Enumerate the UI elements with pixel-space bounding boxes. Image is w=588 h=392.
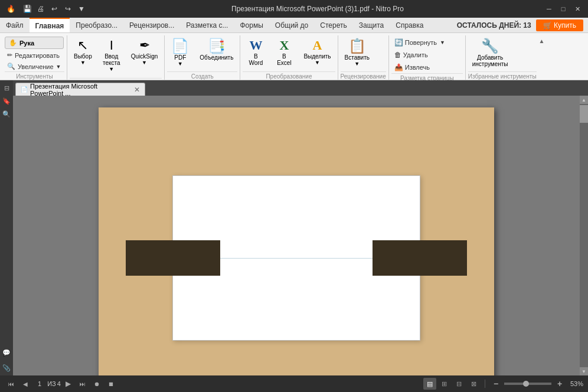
quicksign-button[interactable]: ✒ QuickSign ▼: [127, 37, 162, 78]
continuous-view-button[interactable]: ⊟: [453, 378, 466, 390]
menu-convert[interactable]: Преобразо...: [70, 18, 123, 32]
select-group-label: [70, 78, 162, 80]
close-button[interactable]: ✕: [571, 3, 583, 15]
edit-icon: ✏: [7, 51, 12, 59]
to-word-button[interactable]: W ВWord: [243, 37, 269, 71]
zoom-slider[interactable]: [504, 383, 551, 385]
toolbar-group-convert: W ВWord X ВExcel A Выделить ▼ Преобразов…: [240, 35, 338, 80]
extract-button[interactable]: 📤 Извлечь: [391, 61, 448, 73]
tab-bar: 📄 Презентация Microsoft PowerPoint ... ✕: [13, 80, 588, 96]
document-tab[interactable]: 📄 Презентация Microsoft PowerPoint ... ✕: [15, 83, 145, 96]
comment-icon[interactable]: 💬: [1, 347, 12, 358]
rotate-button[interactable]: 🔄 Повернуть ▼: [391, 37, 448, 48]
zoom-button[interactable]: 🔍 Увеличение ▼: [5, 61, 64, 71]
insert-button[interactable]: 📋 Вставить ▼: [341, 37, 374, 71]
highlight-button[interactable]: A Выделить ▼: [299, 37, 335, 71]
menu-protect[interactable]: Защита: [353, 18, 390, 32]
tab-close-button[interactable]: ✕: [134, 86, 140, 93]
zoom-out-button[interactable]: −: [489, 378, 502, 390]
scroll-area: 🔊 ▲ ▼: [13, 96, 588, 375]
loop-button[interactable]: ⏺: [90, 378, 103, 390]
menu-layout[interactable]: Разметка с...: [180, 18, 234, 32]
pdf-page: 🔊: [99, 107, 494, 375]
add-tools-button[interactable]: 🔧 Добавитьинструменты: [468, 37, 512, 71]
menu-forms[interactable]: Формы: [234, 18, 269, 32]
dropdown-arrow-icon: ▼: [56, 64, 61, 70]
ribbon-collapse-button[interactable]: ▲: [539, 35, 547, 80]
undo-button[interactable]: ↩: [48, 4, 60, 14]
pdf-dropdown-icon: ▼: [178, 61, 183, 67]
menu-review[interactable]: Рецензиров...: [123, 18, 180, 32]
redo-button[interactable]: ↪: [62, 4, 74, 14]
vertical-scrollbar[interactable]: ▲ ▼: [580, 96, 588, 375]
next-page-button[interactable]: ⏭: [76, 378, 89, 390]
facing-view-button[interactable]: ⊠: [468, 378, 481, 390]
dark-band-left: [126, 240, 220, 276]
select-tool-button[interactable]: ↖ Выбор ▼: [70, 37, 96, 78]
main-area: ⊟ 🔖 🔍 💬 📎 📄 Презентация Microsoft PowerP…: [0, 80, 588, 375]
insert-icon: 📋: [348, 39, 366, 53]
two-page-view-button[interactable]: ⊞: [438, 378, 451, 390]
excel-icon: X: [279, 39, 289, 52]
window-title: Презентация Microsoft PowerPoint (3)1.pd…: [92, 5, 543, 13]
first-page-button[interactable]: ⏮: [5, 378, 18, 390]
page-thumbnail-icon[interactable]: ⊟: [1, 83, 12, 93]
search-panel-icon[interactable]: 🔍: [1, 109, 12, 119]
review-group-label: Рецензирование: [341, 71, 386, 80]
scroll-track[interactable]: [580, 104, 588, 367]
status-bar: ⏮ ◀ 1 ИЗ 4 ▶ ⏭ ⏺ ⏹ ▤ ⊞ ⊟ ⊠ − + 53%: [0, 375, 588, 392]
zoom-icon: 🔍: [7, 63, 15, 70]
app-icon: 🔥: [5, 3, 17, 15]
single-page-view-button[interactable]: ▤: [423, 378, 436, 390]
toolbar-group-tools: ✋ Рука ✏ Редактировать 🔍 Увеличение ▼ Ин…: [2, 35, 67, 80]
scroll-down-button[interactable]: ▼: [580, 367, 588, 375]
toolbar-group-favorites: 🔧 Добавитьинструменты Избранные инструме…: [466, 35, 539, 80]
select-dropdown-icon: ▼: [80, 60, 86, 66]
toolbar-group-create: 📄 PDF ▼ 📑 Объединить Создать: [165, 35, 240, 80]
menu-help[interactable]: Справка: [390, 18, 429, 32]
toolbar-group-select: ↖ Выбор ▼ I Вводтекста ▼ ✒ QuickSign ▼: [67, 35, 165, 80]
rotate-dropdown-icon: ▼: [440, 40, 445, 45]
document-viewport: 🔊: [13, 96, 580, 375]
print-button[interactable]: 🖨: [35, 4, 47, 14]
bookmark-icon[interactable]: 🔖: [1, 96, 12, 106]
maximize-button[interactable]: □: [557, 3, 569, 15]
page-total: 4: [57, 380, 61, 387]
zoom-in-button[interactable]: +: [553, 378, 566, 390]
cursor-icon: ↖: [77, 39, 88, 52]
zoom-level-label: 53%: [568, 380, 583, 387]
menu-home[interactable]: Главная: [30, 18, 70, 32]
days-left-label: ОСТАЛОСЬ ДНЕЙ: 13: [457, 21, 531, 30]
menu-share[interactable]: Общий до: [269, 18, 315, 32]
buy-button[interactable]: 🛒 Купить: [536, 19, 583, 31]
slide-content: [172, 175, 420, 341]
to-excel-button[interactable]: X ВExcel: [271, 37, 297, 71]
text-input-button[interactable]: I Вводтекста ▼: [99, 37, 125, 78]
prev-page-button[interactable]: ◀: [19, 378, 32, 390]
dark-band-right: [373, 240, 467, 276]
toolbar-group-review: 📋 Вставить ▼ Рецензирование: [338, 35, 389, 80]
menu-file[interactable]: Файл: [0, 18, 30, 32]
hand-tool-button[interactable]: ✋ Рука: [5, 37, 64, 49]
delete-icon: 🗑: [394, 51, 401, 59]
scroll-up-button[interactable]: ▲: [580, 96, 588, 104]
navigation-controls: ⏮ ◀ 1 ИЗ 4 ▶ ⏭ ⏺ ⏹: [5, 378, 421, 390]
menu-bar: Файл Главная Преобразо... Рецензиров... …: [0, 18, 588, 33]
pdf-button[interactable]: 📄 PDF ▼: [167, 37, 193, 71]
delete-page-button[interactable]: 🗑 Удалить: [391, 49, 448, 61]
convert-group-label: Преобразование: [243, 71, 335, 80]
attachment-icon[interactable]: 📎: [1, 362, 12, 373]
minimize-button[interactable]: ─: [543, 3, 555, 15]
play-button[interactable]: ▶: [62, 378, 75, 390]
menu-erase[interactable]: Стереть: [314, 18, 352, 32]
combine-button[interactable]: 📑 Объединить: [195, 37, 237, 71]
pdf-tab-icon: 📄: [21, 86, 28, 93]
stop-button[interactable]: ⏹: [104, 378, 117, 390]
status-divider: [485, 380, 485, 388]
zoom-slider-thumb[interactable]: [523, 381, 529, 387]
word-icon: W: [249, 39, 262, 52]
customize-qat-button[interactable]: ▼: [76, 4, 87, 14]
scroll-thumb[interactable]: [580, 105, 588, 123]
edit-button[interactable]: ✏ Редактировать: [5, 50, 64, 60]
save-button[interactable]: 💾: [21, 4, 33, 14]
